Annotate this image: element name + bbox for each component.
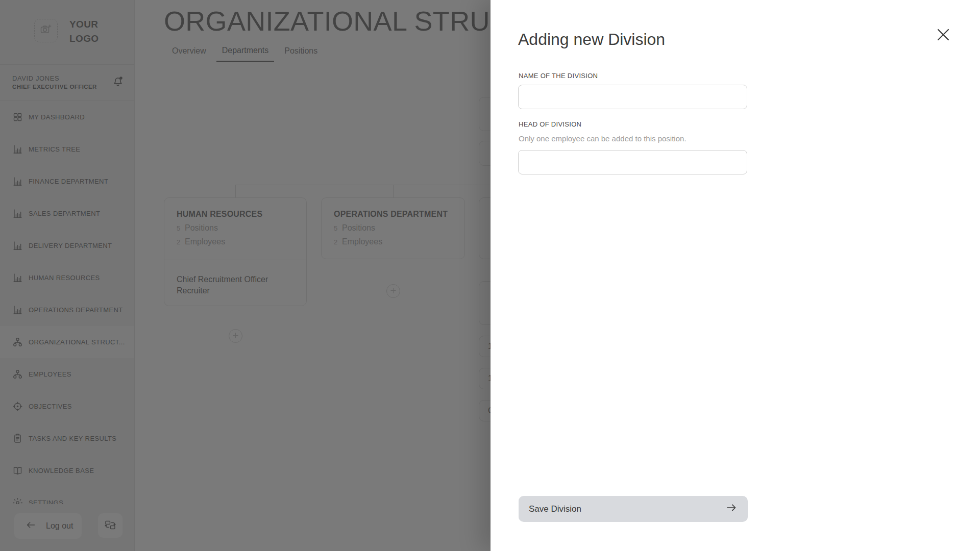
close-button[interactable]: [934, 26, 952, 44]
head-of-division-input[interactable]: [518, 150, 747, 174]
division-name-label: NAME OF THE DIVISION: [519, 72, 598, 80]
save-division-label: Save Division: [529, 504, 581, 514]
head-of-division-helper: Only one employee can be added to this p…: [519, 134, 687, 143]
close-icon: [935, 27, 951, 44]
head-of-division-label: HEAD OF DIVISION: [519, 120, 581, 128]
app-root: ORGANIZATIONAL STRUCTURE OverviewDepartm…: [0, 0, 980, 551]
modal-title: Adding new Division: [518, 30, 665, 49]
save-division-button[interactable]: Save Division: [519, 496, 748, 522]
division-name-input[interactable]: [518, 85, 747, 109]
arrow-right-icon: [725, 502, 738, 516]
add-division-modal: Adding new Division NAME OF THE DIVISION…: [491, 0, 980, 551]
